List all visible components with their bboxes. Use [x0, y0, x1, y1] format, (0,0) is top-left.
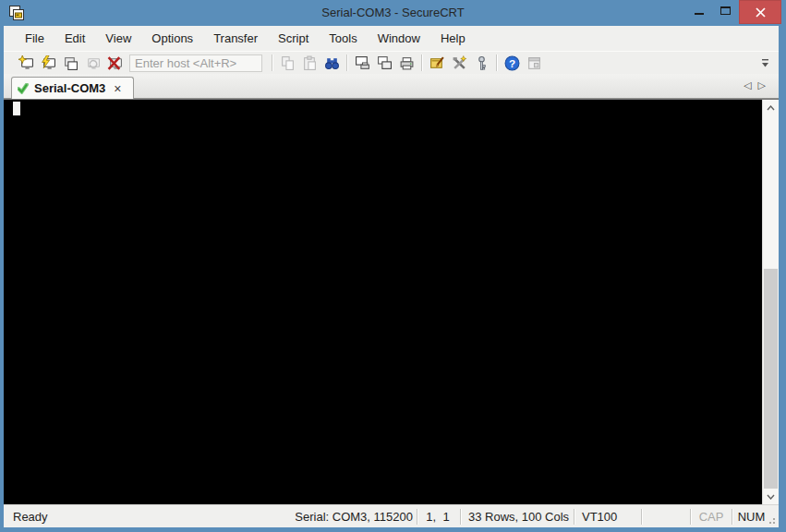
copy-icon — [280, 55, 296, 71]
menu-script[interactable]: Script — [268, 28, 319, 49]
window-title: Serial-COM3 - SecureCRT — [0, 6, 786, 19]
terminal-area — [4, 99, 779, 504]
menubar: File Edit View Options Transfer Script T… — [4, 26, 779, 51]
status-ready: Ready — [13, 510, 48, 524]
toolbar-separator — [421, 54, 422, 71]
scrollbar-up-button[interactable] — [763, 100, 779, 115]
connect-icon — [18, 55, 34, 71]
tab-close-button[interactable]: × — [111, 83, 124, 94]
find-icon — [324, 55, 340, 71]
session-options-button[interactable] — [426, 53, 448, 73]
tab-scroll-left-button[interactable]: ◁ — [744, 79, 751, 91]
toolbar-separator — [272, 54, 272, 71]
tab-scroll-right-button[interactable]: ▷ — [758, 79, 766, 91]
find-button[interactable] — [320, 53, 343, 73]
host-input[interactable] — [129, 54, 262, 72]
connect-in-tab-icon — [63, 55, 79, 71]
maximize-button[interactable] — [712, 0, 739, 18]
tab-serial-com3[interactable]: Serial-COM3 × — [11, 77, 134, 99]
status-cursor-position: 1, 1 — [417, 510, 459, 524]
global-options-button[interactable] — [448, 53, 470, 73]
print-screen-button[interactable] — [351, 53, 373, 73]
key-button[interactable] — [470, 53, 492, 73]
maximize-icon — [720, 6, 731, 15]
titlebar: Serial-COM3 - SecureCRT — [0, 0, 786, 26]
close-button[interactable] — [739, 0, 781, 24]
toolbar: ? — [4, 51, 779, 74]
session-window-button[interactable] — [523, 53, 545, 73]
help-button[interactable]: ? — [501, 53, 523, 73]
statusbar-separator — [574, 509, 574, 525]
copy-button[interactable] — [276, 53, 298, 73]
reconnect-button[interactable] — [81, 53, 103, 73]
session-options-icon — [429, 55, 445, 71]
paste-icon — [302, 55, 318, 71]
quick-connect-icon — [41, 55, 56, 71]
reconnect-icon — [85, 55, 101, 71]
key-icon — [474, 55, 490, 71]
connected-check-icon — [18, 83, 30, 94]
status-grid-size: 33 Rows, 100 Cols — [468, 510, 569, 524]
print-setup-button[interactable] — [373, 53, 395, 73]
global-options-icon — [452, 55, 467, 71]
toolbar-separator — [496, 54, 497, 71]
svg-text:?: ? — [508, 56, 514, 68]
print-screen-icon — [355, 55, 370, 71]
resize-grip[interactable] — [765, 514, 776, 525]
menu-transfer[interactable]: Transfer — [203, 28, 268, 49]
menu-file[interactable]: File — [15, 28, 54, 49]
toolbar-separator — [346, 54, 347, 71]
terminal-cursor — [13, 102, 20, 115]
minimize-button[interactable] — [685, 0, 712, 18]
connect-button[interactable] — [15, 53, 37, 73]
status-emulation: VT100 — [582, 510, 617, 524]
print-setup-icon — [377, 55, 393, 71]
minimize-icon — [695, 13, 704, 15]
tabbar: Serial-COM3 × ◁ ▷ — [4, 74, 779, 99]
disconnect-button[interactable] — [103, 53, 126, 73]
print-button[interactable] — [395, 53, 417, 73]
quick-connect-button[interactable] — [37, 53, 59, 73]
scrollbar-down-button[interactable] — [763, 489, 779, 504]
paste-button[interactable] — [298, 53, 320, 73]
menu-window[interactable]: Window — [368, 28, 430, 49]
toolbar-overflow-icon — [761, 58, 769, 68]
chevron-up-icon — [767, 105, 775, 111]
menu-help[interactable]: Help — [430, 28, 476, 49]
statusbar-separator — [641, 509, 642, 525]
toolbar-overflow-button[interactable] — [758, 56, 771, 70]
menu-edit[interactable]: Edit — [54, 28, 95, 49]
menu-view[interactable]: View — [95, 28, 141, 49]
menu-options[interactable]: Options — [141, 28, 203, 49]
close-icon — [756, 7, 766, 18]
tab-label: Serial-COM3 — [34, 81, 105, 95]
scrollbar[interactable] — [762, 100, 779, 504]
securecrt-window: Serial-COM3 - SecureCRT File Edit View O… — [0, 0, 786, 532]
status-caps-lock: CAP — [691, 510, 732, 524]
session-window-icon — [526, 55, 542, 71]
statusbar-separator — [460, 509, 461, 525]
terminal-screen[interactable] — [4, 100, 762, 504]
statusbar: Ready Serial: COM3, 115200 1, 1 33 Rows,… — [4, 504, 779, 527]
help-icon: ? — [504, 55, 520, 71]
disconnect-icon — [107, 55, 123, 71]
chevron-down-icon — [767, 494, 775, 500]
scrollbar-thumb[interactable] — [764, 269, 778, 489]
menu-tools[interactable]: Tools — [319, 28, 367, 49]
connect-in-tab-button[interactable] — [59, 53, 81, 73]
print-icon — [399, 55, 415, 71]
